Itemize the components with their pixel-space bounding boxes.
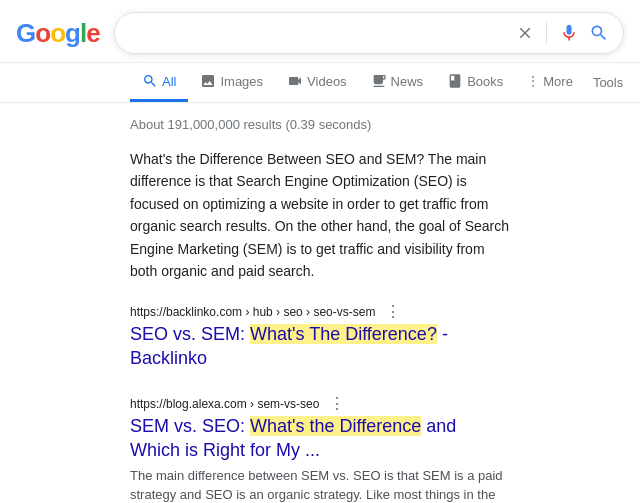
- tab-more-label: More: [543, 74, 573, 89]
- result-title-highlight-1: What's The Difference?: [250, 324, 437, 344]
- tab-news[interactable]: News: [359, 63, 436, 102]
- tab-books[interactable]: Books: [435, 63, 515, 102]
- google-logo[interactable]: Google: [16, 18, 100, 49]
- books-tab-icon: [447, 73, 463, 89]
- result-menu-1[interactable]: ⋮: [385, 302, 401, 321]
- result-url-2: https://blog.alexa.com › sem-vs-seo: [130, 397, 319, 411]
- featured-snippet: What's the Difference Between SEO and SE…: [130, 148, 510, 282]
- results-count: About 191,000,000 results (0.39 seconds): [130, 113, 510, 132]
- result-menu-2[interactable]: ⋮: [329, 394, 345, 413]
- result-title-highlight-2: What's the Difference: [250, 416, 421, 436]
- tab-books-label: Books: [467, 74, 503, 89]
- result-title-plain-2: SEM vs. SEO:: [130, 416, 250, 436]
- images-tab-icon: [200, 73, 216, 89]
- result-title-2[interactable]: SEM vs. SEO: What's the Difference and W…: [130, 415, 510, 462]
- search-divider: [546, 22, 547, 44]
- result-url-line-1: https://backlinko.com › hub › seo › seo-…: [130, 302, 510, 321]
- result-title-1[interactable]: SEO vs. SEM: What's The Difference? - Ba…: [130, 323, 510, 370]
- search-result-2: https://blog.alexa.com › sem-vs-seo ⋮ SE…: [130, 394, 510, 503]
- search-icons: [516, 22, 609, 44]
- search-input[interactable]: seo vs sem: [129, 24, 516, 42]
- result-title-plain-1: SEO vs. SEM:: [130, 324, 250, 344]
- search-tab-icon: [142, 73, 158, 89]
- videos-tab-icon: [287, 73, 303, 89]
- news-tab-icon: [371, 73, 387, 89]
- tab-images-label: Images: [220, 74, 263, 89]
- search-submit-button[interactable]: [589, 23, 609, 43]
- search-bar: seo vs sem: [114, 12, 624, 54]
- more-tab-icon: ⋮: [527, 74, 539, 88]
- header: Google seo vs sem: [0, 0, 640, 63]
- search-result-1: https://backlinko.com › hub › seo › seo-…: [130, 302, 510, 370]
- result-url-1: https://backlinko.com › hub › seo › seo-…: [130, 305, 375, 319]
- tab-all-label: All: [162, 74, 176, 89]
- result-desc-2: The main difference between SEM vs. SEO …: [130, 466, 510, 503]
- tab-videos[interactable]: Videos: [275, 63, 359, 102]
- nav-tabs: All Images Videos News Books ⋮ More Tool…: [0, 63, 640, 103]
- tab-news-label: News: [391, 74, 424, 89]
- voice-search-button[interactable]: [559, 23, 579, 43]
- tools-button[interactable]: Tools: [585, 65, 631, 100]
- clear-button[interactable]: [516, 24, 534, 42]
- result-url-line-2: https://blog.alexa.com › sem-vs-seo ⋮: [130, 394, 510, 413]
- tab-images[interactable]: Images: [188, 63, 275, 102]
- tab-all[interactable]: All: [130, 63, 188, 102]
- tab-more[interactable]: ⋮ More: [515, 64, 585, 102]
- tab-videos-label: Videos: [307, 74, 347, 89]
- results-area: About 191,000,000 results (0.39 seconds)…: [0, 103, 640, 503]
